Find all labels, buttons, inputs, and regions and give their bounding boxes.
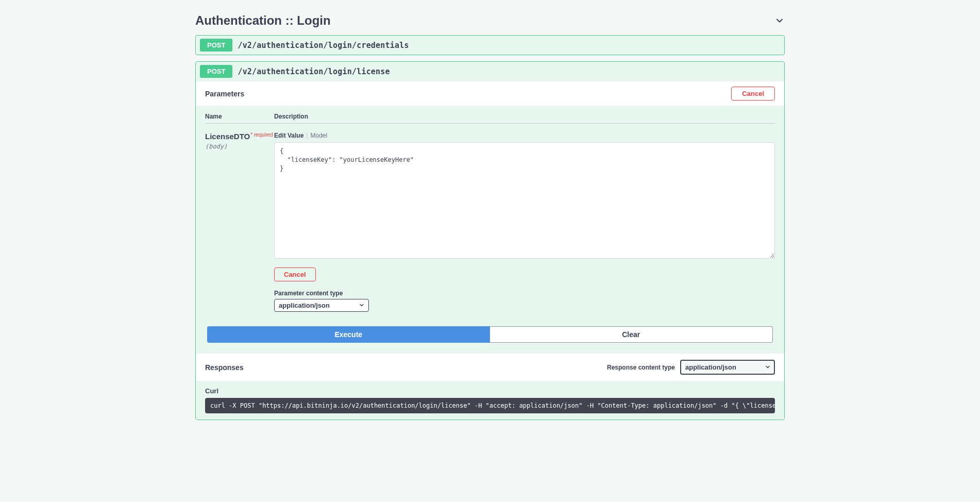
- col-name: Name: [205, 113, 274, 120]
- curl-label: Curl: [205, 387, 775, 395]
- tab-edit-value[interactable]: Edit Value: [274, 132, 303, 139]
- col-description: Description: [274, 113, 775, 120]
- curl-command: curl -X POST "https://api.bitninja.io/v2…: [205, 398, 775, 413]
- responses-header-row: Responses Response content type applicat…: [196, 353, 784, 381]
- opblock-summary[interactable]: POST /v2/authentication/login/license: [196, 62, 784, 81]
- parameters-label: Parameters: [205, 90, 244, 98]
- opblock-license: POST /v2/authentication/login/license Pa…: [195, 61, 785, 420]
- response-content-type-label: Response content type: [607, 364, 675, 371]
- value-model-tabs: Edit Value|Model: [274, 132, 775, 139]
- method-badge-post: POST: [200, 39, 232, 52]
- clear-button[interactable]: Clear: [490, 326, 773, 343]
- cancel-button[interactable]: Cancel: [274, 267, 316, 281]
- responses-label: Responses: [205, 363, 244, 372]
- tab-model[interactable]: Model: [310, 132, 327, 139]
- parameter-content-type-label: Parameter content type: [274, 290, 775, 297]
- endpoint-path: /v2/authentication/login/credentials: [238, 41, 409, 50]
- required-marker: * required: [250, 132, 273, 138]
- params-table-header: Name Description: [205, 113, 775, 124]
- method-badge-post: POST: [200, 65, 232, 78]
- parameters-header-row: Parameters Cancel: [196, 81, 784, 106]
- section-header[interactable]: Authentication :: Login: [195, 10, 785, 35]
- opblock-summary[interactable]: POST /v2/authentication/login/credential…: [196, 36, 784, 55]
- response-content-type-select[interactable]: application/json: [680, 360, 775, 375]
- table-row: LicenseDTO* required (body) Edit Value|M…: [205, 124, 775, 312]
- parameter-content-type-select[interactable]: application/json: [274, 299, 369, 312]
- tab-separator: |: [306, 132, 308, 139]
- endpoint-path: /v2/authentication/login/license: [238, 67, 390, 76]
- body-textarea[interactable]: [274, 142, 775, 259]
- execute-button[interactable]: Execute: [207, 326, 490, 343]
- section-title: Authentication :: Login: [195, 13, 331, 28]
- param-name: LicenseDTO* required: [205, 132, 274, 141]
- param-in-label: (body): [205, 143, 274, 150]
- opblock-credentials: POST /v2/authentication/login/credential…: [195, 35, 785, 55]
- cancel-button[interactable]: Cancel: [731, 87, 775, 101]
- chevron-down-icon: [774, 15, 785, 26]
